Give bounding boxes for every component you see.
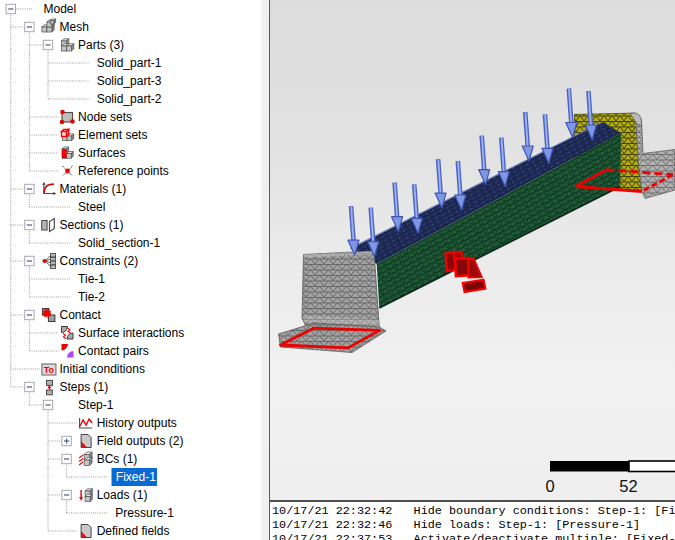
svg-text:Initial conditions: Initial conditions [60,362,145,376]
svg-text:Element sets: Element sets [78,128,147,142]
svg-text:History outputs: History outputs [97,416,177,430]
svg-text:To: To [44,365,55,375]
svg-text:Surfaces: Surfaces [78,146,125,160]
svg-text:Tie-2: Tie-2 [78,290,105,304]
svg-text:Steel: Steel [78,200,105,214]
svg-text:Model: Model [44,2,77,16]
svg-text:Solid_part-1: Solid_part-1 [97,56,162,70]
svg-text:BCs (1): BCs (1) [97,452,138,466]
svg-text:Defined fields: Defined fields [97,524,170,538]
svg-text:Materials (1): Materials (1) [60,182,127,196]
svg-text:Node sets: Node sets [78,110,132,124]
svg-text:Step-1: Step-1 [78,398,114,412]
svg-text:Mesh: Mesh [60,20,89,34]
svg-text:Field outputs (2): Field outputs (2) [97,434,184,448]
svg-text:Surface interactions: Surface interactions [78,326,184,340]
svg-text:Parts (3): Parts (3) [78,38,124,52]
svg-text:Sections (1): Sections (1) [60,218,124,232]
svg-text:Contact: Contact [60,308,102,322]
svg-text:0: 0 [545,477,554,495]
svg-text:Loads (1): Loads (1) [97,488,148,502]
svg-text:Solid_section-1: Solid_section-1 [78,236,160,250]
svg-text:52: 52 [619,477,637,495]
svg-text:Tie-1: Tie-1 [78,272,105,286]
svg-text:Solid_part-3: Solid_part-3 [97,74,162,88]
svg-text:Contact pairs: Contact pairs [78,344,149,358]
svg-text:Reference points: Reference points [78,164,169,178]
svg-text:Solid_part-2: Solid_part-2 [97,92,162,106]
svg-text:Constraints (2): Constraints (2) [60,254,139,268]
svg-text:Pressure-1: Pressure-1 [115,506,174,520]
svg-text:Fixed-1: Fixed-1 [116,470,156,484]
svg-text:Steps (1): Steps (1) [60,380,109,394]
